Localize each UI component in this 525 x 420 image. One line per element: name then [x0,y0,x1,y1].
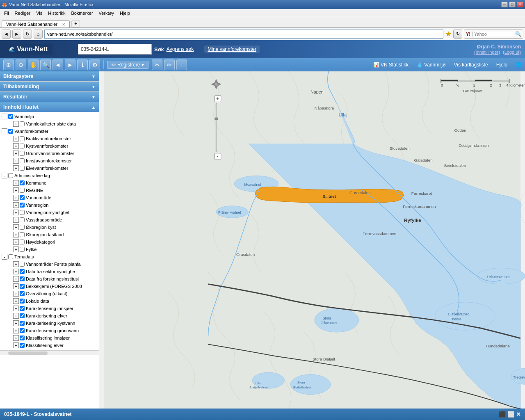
tree-expand-vassdragsomrade[interactable]: + [13,217,19,223]
tree-check-vannregionmyndighet[interactable] [20,210,25,215]
tree-check-vannomrade[interactable] [20,195,25,200]
registrere-button[interactable]: ✏ Registrere ▾ [107,61,148,69]
sidebar-header-bidragsytere[interactable]: Bidragsytere ▼ [0,71,99,81]
tree-vannmiljo[interactable]: - Vannmiljø [0,113,99,120]
tree-expand-kommune[interactable]: + [13,180,19,186]
tree-check-temadata[interactable] [8,254,13,259]
tree-expand-admin-lag[interactable]: - [2,173,7,178]
tree-regine[interactable]: + REGINE [0,187,99,194]
tree-check-elvevann[interactable] [20,166,25,171]
tree-check-fylke[interactable] [20,247,25,252]
tree-expand-vannomrade[interactable]: + [13,195,19,201]
settings-link[interactable]: (Innstillinger) [474,50,500,55]
mine-vannforekomster-button[interactable]: Mine vannforekomster [204,46,260,53]
tree-expand-klas-elver[interactable]: + [13,342,19,348]
tree-kystvann[interactable]: + Kystvannforekomster [0,142,99,150]
browser-search-input[interactable] [472,32,514,37]
vannmiljo-link[interactable]: 💧 Vannmiljø [417,62,445,68]
tree-check-vassdragsomrade[interactable] [20,217,25,222]
tree-brakkvann[interactable]: + Brakkvannforekomster [0,135,99,142]
close-button[interactable]: ✕ [517,2,523,7]
zoom-out-tool[interactable]: ⊖ [16,59,26,70]
forward-nav-tool[interactable]: ► [65,59,75,70]
tree-kar-innsjor[interactable]: + Karakterisering innsjøer [0,305,99,312]
bookmark-star-icon[interactable]: ★ [445,30,452,39]
title-bar-controls[interactable]: ─ □ ✕ [501,2,523,7]
search-engine-label[interactable]: Y! [464,32,472,37]
zoom-in-tool[interactable]: ⊕ [3,59,14,70]
status-icon-1[interactable]: ⬛ [499,411,506,418]
tree-check-forskningsinstitusjon[interactable] [20,276,25,281]
tree-okoregion-fastland[interactable]: + Økoregion fastland [0,231,99,238]
tree-expand-okoregion-fastland[interactable]: + [13,232,19,237]
tree-expand-lokale-data[interactable]: + [13,298,19,304]
menu-hjelp[interactable]: Hjelp [117,10,132,16]
tree-expand-vannomrader[interactable]: + [13,261,19,267]
tab-main[interactable]: Vann-Nett Saksbehandler ✕ [2,21,70,27]
new-tab-button[interactable]: + [71,20,80,27]
status-icon-3[interactable]: ✕ [516,411,521,418]
tree-expand-forskningsinstitusjon[interactable]: + [13,276,19,282]
tree-expand-bekkekjemi[interactable]: + [13,283,19,289]
minimize-button[interactable]: ─ [501,2,508,7]
tree-check-vannomrader[interactable] [20,262,25,267]
kartlagsliste-link[interactable]: Vis kartlagsliste [454,62,488,68]
tree-expand-kar-elver[interactable]: + [13,313,19,319]
tree-expand-vannregionmyndighet[interactable]: + [13,210,19,215]
tree-temadata[interactable]: - Temadata [0,253,99,260]
tree-vassdragsomrade[interactable]: + Vassdragsområde [0,216,99,224]
hjelp-link[interactable]: Hjelp [496,62,507,68]
tree-expand-kar-kystvann[interactable]: + [13,320,19,326]
tree-sektormyndighet[interactable]: + Data fra sektormyndighe [0,268,99,275]
tree-check-kar-grunnvann[interactable] [20,328,25,333]
tree-grunnvann[interactable]: + Grunnvannsforekomster [0,150,99,157]
edit-tool-2[interactable]: ✏ [164,59,175,70]
search-go-icon[interactable]: 🔍 [514,31,523,37]
tree-check-hoydekategori[interactable] [20,240,25,244]
tree-forskningsinstitusjon[interactable]: + Data fra forskningsinstitusj [0,275,99,283]
tree-check-klas-innsjor[interactable] [20,336,25,340]
tree-kar-grunnvann[interactable]: + Karakterisering grunnvann [0,327,99,334]
tree-check-vannregion[interactable] [20,203,25,208]
menu-fil[interactable]: Fil [2,10,11,16]
map-container[interactable]: Moavatnet Prämvikvatnet S...tnet Stora G… [99,71,525,409]
tree-check-kar-elver[interactable] [20,313,25,318]
tree-check-grunnvann[interactable] [20,151,25,156]
avgrens-button[interactable]: Avgrens søk [167,46,194,52]
status-icon-2[interactable]: ⬜ [507,411,514,418]
vn-statistikk-link[interactable]: 📊 VN Statistikk [373,62,409,68]
menu-historikk[interactable]: Historikk [46,10,68,16]
tree-expand-vannmiljo[interactable]: - [2,114,7,119]
tree-check-bekkekjemi[interactable] [20,284,25,289]
back-nav-tool[interactable]: ◄ [52,59,63,70]
menu-vis[interactable]: Vis [34,10,45,16]
tree-innsjovann[interactable]: + Innsjøvannforekomster [0,157,99,164]
tree-expand-vannlokaliteter[interactable]: + [13,121,19,127]
sidebar-header-tilbakemelding[interactable]: Tilbakemelding ▼ [0,82,99,91]
tree-vannforekomster[interactable]: - Vannforekomster [0,128,99,135]
menu-verktoy[interactable]: Verktøy [96,10,116,16]
tree-vannomrade[interactable]: + Vannområde [0,194,99,201]
tree-check-vannlokaliteter[interactable] [20,121,25,126]
language-link[interactable]: 🌐 [516,62,522,68]
tree-expand-temadata[interactable]: - [2,254,7,260]
tree-check-kystvann[interactable] [20,144,25,148]
tree-fylke[interactable]: + Fylke [0,246,99,253]
edit-tool-3[interactable]: + [176,59,187,70]
sidebar-header-resultater[interactable]: Resultater ▼ [0,92,99,102]
tree-check-innsjovann[interactable] [20,158,25,163]
url-input[interactable] [44,30,443,39]
tree-check-okoregion-fastland[interactable] [20,232,25,237]
maximize-button[interactable]: □ [509,2,516,7]
tree-expand-vannforekomster[interactable]: - [2,128,7,134]
edit-tool-1[interactable]: ✂ [152,59,162,70]
tree-bekkekjemi[interactable]: + Bekkekjemi (FOREGS 2008 [0,283,99,290]
tree-check-regine[interactable] [20,188,25,193]
menu-rediger[interactable]: Rediger [12,10,33,16]
hscroll-thumb[interactable] [8,352,48,355]
tree-overvaking[interactable]: + Overvåkning (utkast) [0,290,99,297]
back-button[interactable]: ◄ [2,30,11,39]
app-search-input[interactable] [78,44,152,55]
pan-tool[interactable]: ✋ [28,59,39,70]
tree-check-kar-innsjor[interactable] [20,306,25,311]
